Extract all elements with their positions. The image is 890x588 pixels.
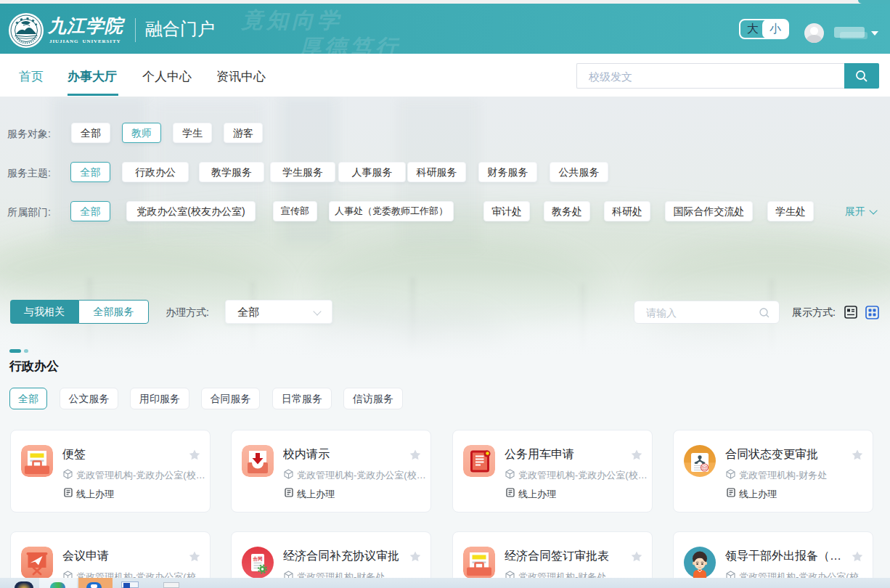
svg-text:合同: 合同 xyxy=(253,556,264,562)
